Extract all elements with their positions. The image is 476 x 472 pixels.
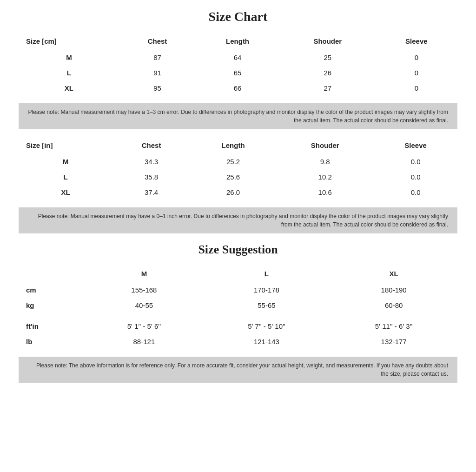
suggestion-row-cm-l: 170-178 — [203, 282, 331, 298]
cm-table-header: Size [cm] Chest Length Shouder Sleeve — [19, 33, 457, 50]
suggestion-row-lb-label: lb — [19, 334, 85, 349]
in-row-l-shouder: 10.2 — [276, 169, 374, 185]
cm-row-l-shouder: 26 — [280, 65, 376, 80]
suggestion-row-lb-xl: 132-177 — [330, 334, 457, 349]
suggestion-table: M L XL cm 155-168 170-178 180-190 kg 40-… — [19, 265, 457, 349]
in-row-l-chest: 35.8 — [112, 169, 190, 185]
cm-table-header-row: Size [cm] Chest Length Shouder Sleeve — [19, 33, 457, 50]
cm-row-xl-shouder: 27 — [280, 80, 376, 96]
table-row: L 91 65 26 0 — [19, 65, 457, 80]
suggestion-note-bar: Please note: The above information is fo… — [19, 357, 457, 383]
in-row-l-length: 25.6 — [190, 169, 276, 185]
in-note-text: Please note: Manual measurement may have… — [28, 212, 448, 229]
cm-row-m-length: 64 — [195, 50, 280, 65]
size-suggestion-section: Size Suggestion M L XL cm 155-168 170-17… — [19, 243, 457, 383]
suggestion-row-kg-label: kg — [19, 298, 85, 313]
suggestion-row-cm-xl: 180-190 — [330, 282, 457, 298]
table-row: M 34.3 25.2 9.8 0.0 — [19, 154, 457, 169]
suggestion-note-text: Please note: The above information is fo… — [28, 361, 448, 378]
cm-row-l-chest: 91 — [119, 65, 195, 80]
in-note-bar: Please note: Manual measurement may have… — [19, 207, 457, 233]
in-col-header-size: Size [in] — [19, 137, 112, 154]
cm-row-m-chest: 87 — [119, 50, 195, 65]
suggestion-row-ftin-m: 5' 1'' - 5' 6'' — [85, 313, 203, 334]
cm-row-xl-size: XL — [19, 80, 119, 96]
cm-table-body: M 87 64 25 0 L 91 65 26 0 XL 95 66 27 0 — [19, 50, 457, 96]
in-col-header-shouder: Shouder — [276, 137, 374, 154]
in-table-header: Size [in] Chest Length Shouder Sleeve — [19, 137, 457, 154]
table-row: cm 155-168 170-178 180-190 — [19, 282, 457, 298]
in-table: Size [in] Chest Length Shouder Sleeve M … — [19, 137, 457, 200]
cm-row-l-size: L — [19, 65, 119, 80]
suggestion-table-header: M L XL — [19, 265, 457, 282]
in-row-m-size: M — [19, 154, 112, 169]
cm-row-m-sleeve: 0 — [376, 50, 457, 65]
suggestion-header-row: M L XL — [19, 265, 457, 282]
in-row-m-chest: 34.3 — [112, 154, 190, 169]
in-col-header-length: Length — [190, 137, 276, 154]
cm-row-l-sleeve: 0 — [376, 65, 457, 80]
in-table-body: M 34.3 25.2 9.8 0.0 L 35.8 25.6 10.2 0.0… — [19, 154, 457, 200]
cm-note-text: Please note: Manual measurement may have… — [28, 108, 448, 125]
cm-col-header-length: Length — [195, 33, 280, 50]
cm-table: Size [cm] Chest Length Shouder Sleeve M … — [19, 33, 457, 96]
table-row: kg 40-55 55-65 60-80 — [19, 298, 457, 313]
in-row-l-sleeve: 0.0 — [374, 169, 457, 185]
suggestion-col-xl: XL — [330, 265, 457, 282]
cm-note-bar: Please note: Manual measurement may have… — [19, 103, 457, 129]
cm-row-l-length: 65 — [195, 65, 280, 80]
in-row-l-size: L — [19, 169, 112, 185]
suggestion-row-ftin-xl: 5' 11'' - 6' 3'' — [330, 313, 457, 334]
in-row-xl-sleeve: 0.0 — [374, 185, 457, 200]
suggestion-col-empty — [19, 265, 85, 282]
cm-row-xl-length: 66 — [195, 80, 280, 96]
suggestion-row-kg-xl: 60-80 — [330, 298, 457, 313]
cm-col-header-shouder: Shouder — [280, 33, 376, 50]
in-row-xl-length: 26.0 — [190, 185, 276, 200]
suggestion-row-ftin-l: 5' 7'' - 5' 10'' — [203, 313, 331, 334]
cm-row-xl-sleeve: 0 — [376, 80, 457, 96]
suggestion-row-kg-m: 40-55 — [85, 298, 203, 313]
table-row: ft'in 5' 1'' - 5' 6'' 5' 7'' - 5' 10'' 5… — [19, 313, 457, 334]
in-col-header-chest: Chest — [112, 137, 190, 154]
in-col-header-sleeve: Sleeve — [374, 137, 457, 154]
cm-col-header-size: Size [cm] — [19, 33, 119, 50]
table-row: L 35.8 25.6 10.2 0.0 — [19, 169, 457, 185]
table-row: XL 95 66 27 0 — [19, 80, 457, 96]
cm-row-m-size: M — [19, 50, 119, 65]
size-chart-title: Size Chart — [19, 9, 457, 24]
in-row-m-shouder: 9.8 — [276, 154, 374, 169]
suggestion-row-cm-label: cm — [19, 282, 85, 298]
in-row-m-length: 25.2 — [190, 154, 276, 169]
in-row-m-sleeve: 0.0 — [374, 154, 457, 169]
in-row-xl-shouder: 10.6 — [276, 185, 374, 200]
suggestion-row-ftin-label: ft'in — [19, 313, 85, 334]
page-container: Size Chart Size [cm] Chest Length Shoude… — [0, 0, 476, 392]
cm-col-header-chest: Chest — [119, 33, 195, 50]
table-row: XL 37.4 26.0 10.6 0.0 — [19, 185, 457, 200]
size-suggestion-title: Size Suggestion — [19, 243, 457, 257]
suggestion-row-lb-l: 121-143 — [203, 334, 331, 349]
suggestion-table-body: cm 155-168 170-178 180-190 kg 40-55 55-6… — [19, 282, 457, 349]
in-row-xl-chest: 37.4 — [112, 185, 190, 200]
cm-row-xl-chest: 95 — [119, 80, 195, 96]
cm-row-m-shouder: 25 — [280, 50, 376, 65]
suggestion-col-l: L — [203, 265, 331, 282]
suggestion-row-kg-l: 55-65 — [203, 298, 331, 313]
table-row: lb 88-121 121-143 132-177 — [19, 334, 457, 349]
table-row: M 87 64 25 0 — [19, 50, 457, 65]
suggestion-row-cm-m: 155-168 — [85, 282, 203, 298]
suggestion-row-lb-m: 88-121 — [85, 334, 203, 349]
in-table-header-row: Size [in] Chest Length Shouder Sleeve — [19, 137, 457, 154]
in-row-xl-size: XL — [19, 185, 112, 200]
suggestion-col-m: M — [85, 265, 203, 282]
cm-col-header-sleeve: Sleeve — [376, 33, 457, 50]
